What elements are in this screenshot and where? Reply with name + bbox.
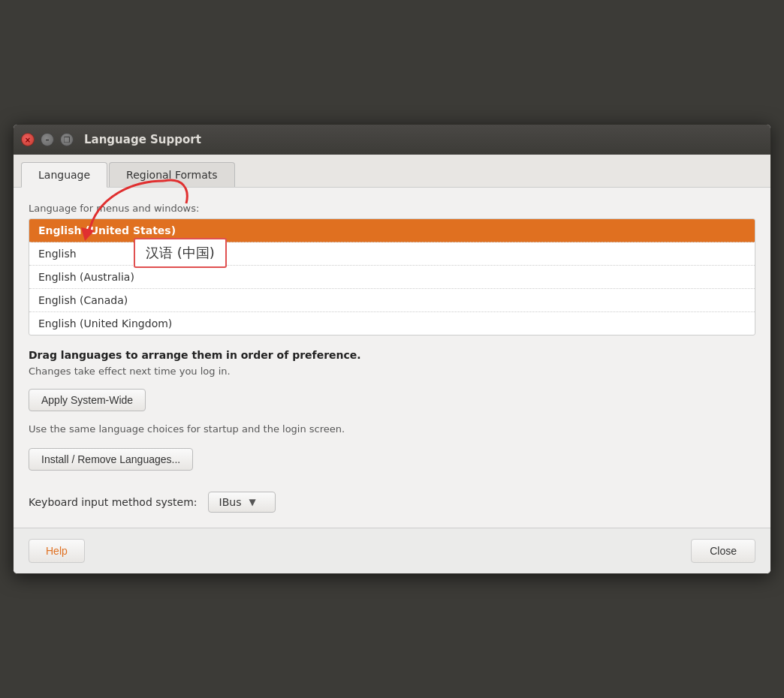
language-list-wrapper: 汉语 (中国) English (United States) English … xyxy=(29,218,755,335)
chevron-down-icon: ▼ xyxy=(249,497,255,507)
keyboard-method-select[interactable]: IBus ▼ xyxy=(208,492,276,513)
apply-description: Use the same language choices for startu… xyxy=(29,423,755,435)
drag-subtitle: Changes take effect next time you log in… xyxy=(29,366,755,377)
language-support-window: × – ❐ Language Support Language Regional… xyxy=(13,124,771,574)
footer: Help Close xyxy=(14,528,770,573)
language-list[interactable]: English (United States) English English … xyxy=(29,218,755,335)
help-button[interactable]: Help xyxy=(29,539,85,563)
minimize-window-button[interactable]: – xyxy=(41,133,54,146)
close-window-button[interactable]: × xyxy=(21,133,35,146)
tab-language[interactable]: Language xyxy=(21,162,107,188)
install-remove-languages-button[interactable]: Install / Remove Languages... xyxy=(29,448,193,471)
chinese-tooltip: 汉语 (中国) xyxy=(134,238,227,268)
tab-regional-formats[interactable]: Regional Formats xyxy=(109,162,234,187)
keyboard-input-row: Keyboard input method system: IBus ▼ xyxy=(29,492,755,513)
window-title: Language Support xyxy=(84,133,201,146)
close-dialog-button[interactable]: Close xyxy=(691,539,755,563)
keyboard-label: Keyboard input method system: xyxy=(29,496,198,508)
drag-instruction: Drag languages to arrange them in order … xyxy=(29,349,755,361)
language-item-english-uk[interactable]: English (United Kingdom) xyxy=(29,312,755,335)
titlebar: × – ❐ Language Support xyxy=(14,125,770,155)
section-label: Language for menus and windows: xyxy=(29,203,755,214)
language-item-english-ca[interactable]: English (Canada) xyxy=(29,289,755,312)
keyboard-method-value: IBus xyxy=(219,496,242,508)
language-item-english-au[interactable]: English (Australia) xyxy=(29,266,755,289)
tab-content: Language for menus and windows: 汉语 (中国) … xyxy=(14,188,770,528)
maximize-window-button[interactable]: ❐ xyxy=(60,133,74,146)
tab-bar: Language Regional Formats xyxy=(14,155,770,188)
apply-system-wide-button[interactable]: Apply System-Wide xyxy=(29,389,146,411)
